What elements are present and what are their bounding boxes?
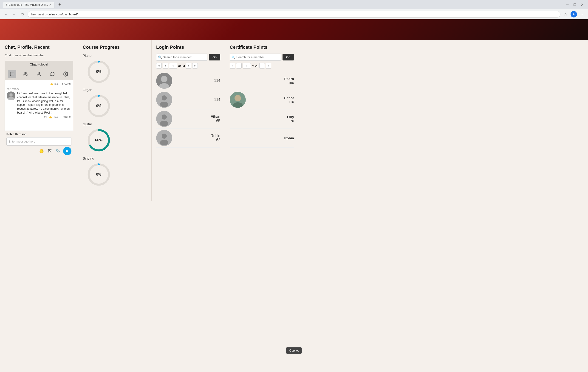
chat-like-text[interactable]: Like <box>54 116 59 118</box>
back-button[interactable]: ← <box>3 11 9 17</box>
profile-avatar[interactable]: A <box>571 11 577 17</box>
login-member-row: Ethan 65 <box>156 109 220 129</box>
chat-person-icon[interactable] <box>35 70 43 78</box>
chat-speech-icon[interactable] <box>48 70 56 78</box>
donut-chart-piano: 0% <box>87 60 110 83</box>
new-tab-button[interactable]: + <box>56 1 63 8</box>
cert-avatar-placeholder-lilly <box>230 111 246 127</box>
cert-member-row-pedro: Pedro 150 <box>230 71 294 90</box>
cert-avatar-gabor <box>230 92 246 108</box>
send-button[interactable] <box>63 147 72 155</box>
login-last-page[interactable]: » <box>192 63 198 68</box>
tab-title: Dashboard - The Maestro Onli... <box>9 3 48 6</box>
login-search-icon: 🔍 <box>158 55 162 59</box>
cert-member-points-lilly: 70 <box>249 119 294 123</box>
login-go-button[interactable]: Go <box>209 54 220 60</box>
chat-message-row: Hi Everyone! Welcome to the new global c… <box>7 91 71 119</box>
chat-like-label-prev[interactable]: 👍 Like <box>50 83 59 86</box>
tab-close-button[interactable]: ✕ <box>49 3 52 6</box>
svg-point-24 <box>162 134 167 139</box>
forward-button[interactable]: → <box>11 11 17 17</box>
svg-point-5 <box>8 97 14 100</box>
login-first-page[interactable]: « <box>156 63 162 68</box>
login-page-total: of 23 <box>178 64 185 68</box>
cert-pagination: « ‹ of 23 › » <box>230 63 294 68</box>
reload-button[interactable]: ↻ <box>19 11 26 17</box>
login-page-input[interactable] <box>169 63 177 68</box>
emoji-button[interactable]: 🙂 <box>38 148 45 154</box>
image-button[interactable]: 🖼 <box>47 148 53 154</box>
address-bar-row: ← → ↻ ☆ A ⋮ <box>0 9 588 19</box>
chat-input-section: Robin Harrison: Enter message here 🙂 🖼 📎 <box>5 131 73 157</box>
cert-next-page[interactable]: › <box>259 63 265 68</box>
cert-page-total: of 23 <box>252 64 258 68</box>
login-search-wrapper: 🔍 <box>156 54 207 61</box>
login-member-row: 114 <box>156 90 220 109</box>
chat-user-avatar <box>7 91 15 100</box>
cert-member-name-pedro: Pedro <box>249 77 294 81</box>
cert-member-name-gabor: Gabor <box>249 96 294 100</box>
login-search-input[interactable] <box>156 54 207 61</box>
chat-message-content: Hi Everyone! Welcome to the new global c… <box>17 91 71 119</box>
cert-avatar-placeholder-robin <box>230 130 246 146</box>
main-content: Chat, Profile, Recent Chat to us or anot… <box>0 40 588 201</box>
bookmark-button[interactable]: ☆ <box>562 11 569 17</box>
browser-chrome: T Dashboard - The Maestro Onli... ✕ + ─ … <box>0 0 588 19</box>
donut-chart-singing: 0% <box>87 163 110 186</box>
attach-button[interactable]: 📎 <box>55 148 61 154</box>
chat-messages-icon[interactable] <box>8 70 16 78</box>
cert-first-page[interactable]: « <box>230 63 235 68</box>
cert-search-input[interactable] <box>230 54 281 61</box>
login-prev-page[interactable]: ‹ <box>163 63 168 68</box>
svg-point-2 <box>65 73 66 75</box>
donut-chart-organ: 0% <box>87 95 110 118</box>
cert-member-info-robin: Robin <box>249 136 294 140</box>
chat-input-box[interactable]: Enter message here <box>6 137 72 145</box>
chat-message-like-row: 20 👍 Like 10:16 PM <box>17 116 71 119</box>
chat-settings-icon[interactable] <box>62 70 70 78</box>
chat-like-icon[interactable]: 👍 <box>49 116 52 119</box>
chat-author-label: Robin Harrison: <box>6 133 72 136</box>
address-bar[interactable] <box>28 11 560 18</box>
svg-point-18 <box>162 95 167 100</box>
login-points-panel: Login Points 🔍 Go « ‹ of 23 › » 114 <box>152 40 225 201</box>
login-member-row: 114 <box>156 71 220 90</box>
chat-panel-subtitle: Chat to us or another member. <box>5 54 73 57</box>
donut-singing: 0% <box>87 163 147 186</box>
chat-body: 👍 Like 11:04 PM 08/13/2024 Hi Everyone! … <box>5 80 73 131</box>
login-next-page[interactable]: › <box>186 63 191 68</box>
cert-member-info-gabor: Gabor 110 <box>249 96 294 104</box>
login-member-name-ethan: Ethan <box>175 115 220 119</box>
login-member-avatar-ethan <box>156 111 172 127</box>
course-name-organ: Organ <box>83 88 147 92</box>
cert-search-wrapper: 🔍 <box>230 54 281 61</box>
close-button[interactable]: ✕ <box>579 1 585 8</box>
cert-member-row-gabor: Gabor 110 <box>230 90 294 109</box>
login-member-avatar-2 <box>156 92 172 108</box>
cert-member-name-robin: Robin <box>249 136 294 140</box>
cert-go-button[interactable]: Go <box>283 54 294 60</box>
cert-search-icon: 🔍 <box>231 55 235 59</box>
cert-search-row: 🔍 Go <box>230 54 294 61</box>
minimize-button[interactable]: ─ <box>564 1 571 8</box>
cert-last-page[interactable]: » <box>266 63 271 68</box>
login-member-points-2: 114 <box>175 98 220 102</box>
browser-menu-button[interactable]: ⋮ <box>579 11 585 17</box>
chat-input-placeholder: Enter message here <box>9 140 35 143</box>
svg-point-4 <box>10 93 13 97</box>
tab-favicon: T <box>6 3 7 6</box>
svg-point-27 <box>234 95 241 101</box>
cert-page-input[interactable] <box>242 63 251 68</box>
cert-prev-page[interactable]: ‹ <box>236 63 242 68</box>
login-member-avatar-1 <box>156 73 172 89</box>
url-input[interactable] <box>31 13 557 16</box>
certificate-points-panel: Certificate Points 🔍 Go « ‹ of 23 › » Pe… <box>225 40 299 201</box>
chat-people-icon[interactable] <box>21 70 30 78</box>
login-member-row: Robin 62 <box>156 129 220 148</box>
chat-global-tab[interactable]: Chat - global <box>5 61 73 68</box>
maximize-button[interactable]: □ <box>571 1 578 8</box>
browser-tab[interactable]: T Dashboard - The Maestro Onli... ✕ <box>3 2 54 8</box>
cert-member-info-pedro: Pedro 150 <box>249 77 294 85</box>
chat-icons-bar <box>5 68 73 80</box>
donut-chart-guitar: 66% <box>87 129 110 152</box>
